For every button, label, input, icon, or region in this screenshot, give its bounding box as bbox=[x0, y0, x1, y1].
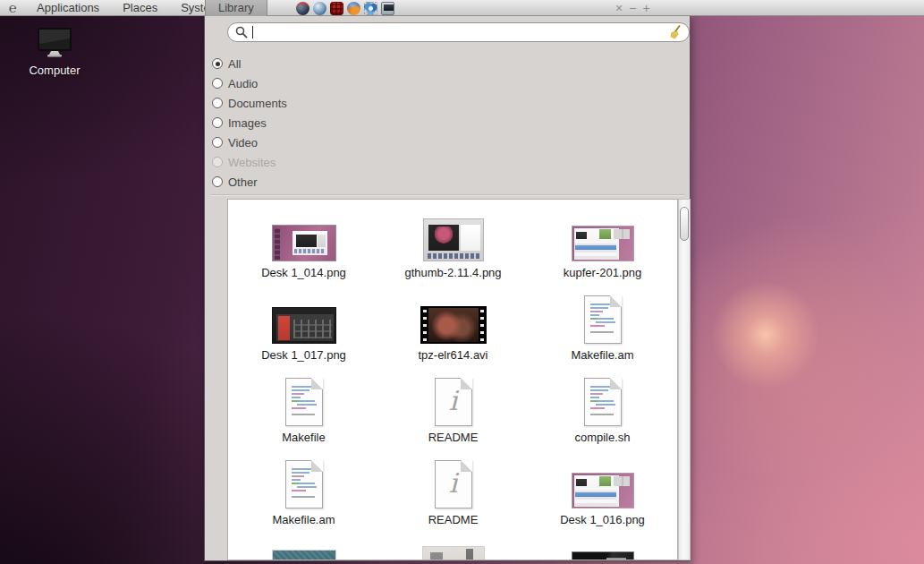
filter-radio-audio[interactable]: Audio bbox=[212, 73, 287, 93]
minimize-window-button[interactable]: − bbox=[629, 1, 636, 15]
firefox-icon[interactable] bbox=[347, 2, 360, 15]
text-document-thumbnail bbox=[285, 378, 323, 426]
radio-button[interactable] bbox=[212, 98, 223, 108]
file-name: Makefile.am bbox=[272, 513, 335, 527]
screenshot-purple-desktop-thumbnail bbox=[272, 225, 336, 261]
partial-photo-objects-thumbnail bbox=[422, 546, 485, 560]
clear-search-icon[interactable] bbox=[668, 25, 682, 39]
file-name: Makefile.am bbox=[571, 348, 633, 363]
display-icon[interactable] bbox=[381, 2, 394, 15]
scrollbar[interactable] bbox=[678, 199, 691, 560]
text-document-thumbnail bbox=[584, 378, 622, 426]
file-item[interactable] bbox=[229, 529, 378, 560]
enlightenment-logo-icon[interactable]: ℮ bbox=[9, 1, 17, 15]
web-globe-icon[interactable] bbox=[296, 2, 309, 15]
separator bbox=[210, 194, 685, 196]
screenshot-gthumb-app-thumbnail bbox=[423, 218, 484, 261]
radio-button[interactable] bbox=[212, 58, 223, 69]
file-item[interactable]: Desk 1_017.png bbox=[229, 282, 378, 364]
file-item[interactable]: tpz-elr614.avi bbox=[378, 282, 528, 364]
file-name: Makefile bbox=[282, 431, 325, 445]
screenshot-kupfer-thumbnail bbox=[572, 473, 634, 508]
file-item[interactable]: README bbox=[378, 447, 528, 529]
file-name: Desk 1_017.png bbox=[261, 348, 346, 363]
maximize-window-button[interactable]: + bbox=[642, 1, 649, 15]
menubar: ℮ ApplicationsPlacesSystem Library ×−+ bbox=[0, 0, 924, 16]
partial-dark-image-thumbnail bbox=[572, 551, 634, 560]
desktop: ℮ ApplicationsPlacesSystem Library ×−+ C… bbox=[0, 0, 924, 564]
filter-radio-other[interactable]: Other bbox=[212, 172, 287, 192]
filter-radio-websites: Websites bbox=[212, 152, 287, 172]
browser-globe-icon[interactable] bbox=[313, 2, 326, 15]
file-panel: Desk 1_014.pnggthumb-2.11.4.pngkupfer-20… bbox=[227, 199, 678, 560]
file-item[interactable]: README bbox=[378, 364, 528, 447]
menu-item-places[interactable]: Places bbox=[111, 1, 169, 14]
filter-label: All bbox=[228, 57, 241, 71]
filter-label: Websites bbox=[228, 156, 276, 169]
radio-button[interactable] bbox=[212, 137, 223, 148]
filter-radio-all[interactable]: All bbox=[212, 54, 287, 73]
close-window-button[interactable]: × bbox=[615, 1, 623, 15]
filter-label: Other bbox=[228, 175, 258, 189]
computer-monitor-icon bbox=[35, 27, 74, 61]
screenshot-swirl-icon[interactable] bbox=[364, 2, 377, 15]
file-name: compile.sh bbox=[574, 431, 630, 445]
radio-button bbox=[212, 157, 223, 167]
file-name: tpz-elr614.avi bbox=[418, 348, 487, 363]
library-window: AllAudioDocumentsImagesVideoWebsitesOthe… bbox=[204, 16, 691, 561]
window-controls: ×−+ bbox=[615, 0, 650, 16]
tray-icons bbox=[296, 1, 394, 15]
menu-item-applications[interactable]: Applications bbox=[25, 1, 111, 14]
filter-radio-group: AllAudioDocumentsImagesVideoWebsitesOthe… bbox=[212, 54, 287, 192]
search-box[interactable] bbox=[227, 22, 690, 42]
file-item[interactable]: Desk 1_014.png bbox=[229, 200, 378, 282]
readme-document-thumbnail bbox=[435, 378, 472, 426]
readme-document-thumbnail bbox=[435, 460, 472, 508]
file-item[interactable]: compile.sh bbox=[528, 364, 677, 447]
desktop-icon-computer[interactable]: Computer bbox=[13, 27, 97, 77]
filter-radio-images[interactable]: Images bbox=[212, 113, 287, 132]
file-name: README bbox=[428, 431, 479, 445]
scrollbar-thumb[interactable] bbox=[680, 207, 689, 241]
search-input[interactable] bbox=[253, 24, 668, 40]
file-name: gthumb-2.11.4.png bbox=[404, 266, 501, 280]
text-document-thumbnail bbox=[285, 460, 323, 508]
text-document-thumbnail bbox=[584, 295, 622, 344]
file-item[interactable]: Desk 1_016.png bbox=[528, 447, 677, 529]
radio-button[interactable] bbox=[212, 117, 223, 128]
menu-item-library[interactable]: Library bbox=[205, 0, 267, 16]
filter-label: Images bbox=[228, 116, 267, 130]
screenshot-kupfer-thumbnail bbox=[572, 226, 634, 261]
package-icon[interactable] bbox=[330, 2, 343, 15]
file-name: Desk 1_016.png bbox=[560, 513, 645, 527]
file-item[interactable]: Makefile.am bbox=[229, 447, 378, 529]
filter-radio-video[interactable]: Video bbox=[212, 132, 287, 152]
file-item[interactable]: Makefile.am bbox=[528, 282, 677, 364]
file-name: README bbox=[428, 513, 479, 527]
file-item[interactable] bbox=[528, 529, 677, 560]
file-item[interactable]: Makefile bbox=[229, 364, 378, 447]
filter-label: Audio bbox=[228, 77, 258, 90]
file-item[interactable] bbox=[378, 529, 528, 560]
file-grid: Desk 1_014.pnggthumb-2.11.4.pngkupfer-20… bbox=[228, 200, 677, 560]
file-name: Desk 1_014.png bbox=[261, 266, 346, 280]
file-item[interactable]: gthumb-2.11.4.png bbox=[378, 200, 528, 282]
video-filmstrip-thumbnail bbox=[420, 306, 487, 344]
filter-label: Video bbox=[228, 136, 258, 150]
file-item[interactable]: kupfer-201.png bbox=[528, 200, 677, 282]
partial-blue-image-thumbnail bbox=[272, 550, 336, 560]
file-name: kupfer-201.png bbox=[564, 266, 641, 280]
radio-button[interactable] bbox=[212, 176, 223, 187]
search-icon bbox=[235, 26, 248, 38]
filter-label: Documents bbox=[228, 97, 287, 110]
filter-radio-documents[interactable]: Documents bbox=[212, 93, 287, 113]
screenshot-dark-red-sidebar-thumbnail bbox=[272, 307, 336, 344]
desktop-icon-label: Computer bbox=[13, 64, 97, 77]
radio-button[interactable] bbox=[212, 78, 223, 89]
menu-items: ApplicationsPlacesSystem bbox=[25, 0, 231, 16]
